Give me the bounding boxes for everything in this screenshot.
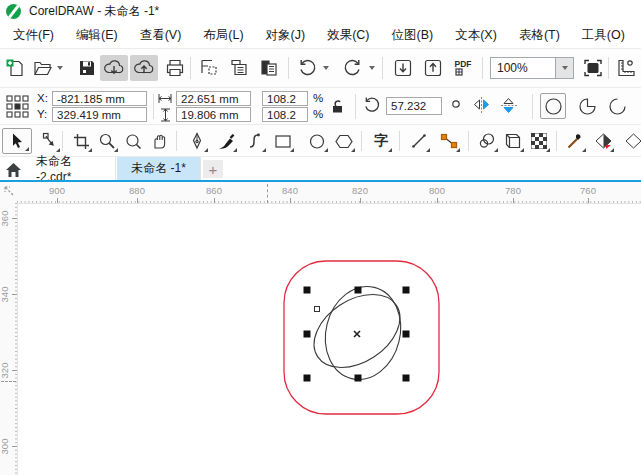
eyedropper-tool[interactable] [562,128,588,154]
vertical-ruler[interactable]: 360 340 320 300 [0,203,17,475]
node-marker[interactable] [315,307,320,312]
y-label: Y: [37,108,47,120]
zoom-tool[interactable] [94,128,120,154]
handle-bottom-left[interactable] [304,375,311,382]
dimension-tool[interactable] [406,128,432,154]
open-button[interactable] [30,55,56,81]
arc-mode-button[interactable] [604,93,630,119]
selection-center-marker[interactable] [354,331,360,337]
eyedropper-icon [566,132,584,150]
freehand-tool[interactable] [242,128,268,154]
import-icon [393,58,413,78]
open-folder-icon [33,58,53,78]
horizontal-ruler[interactable]: 900 880 860 840 820 800 780 760 [17,182,641,203]
zoom-out-tool[interactable] [120,128,146,154]
rotation-icon [362,96,381,115]
zoom-level-dropdown[interactable] [556,57,574,79]
menu-file[interactable]: 文件(F) [2,23,65,48]
crop-tool[interactable] [68,128,94,154]
ellipse-tool[interactable] [304,128,330,154]
export-icon [423,58,443,78]
export-button[interactable] [420,55,446,81]
connector-tool[interactable] [436,128,462,154]
canvas-artwork [18,204,641,475]
ellipse-icon [308,132,326,150]
menu-tools[interactable]: 工具(O) [571,23,636,48]
menu-bitmaps[interactable]: 位图(B) [381,23,445,48]
brush-tool[interactable] [213,128,239,154]
object-width-field[interactable]: 22.651 mm [176,91,251,106]
cloud-download-button[interactable] [100,55,128,81]
text-tool[interactable]: 字 [368,128,394,154]
menu-object[interactable]: 对象(J) [255,23,317,48]
handle-top-left[interactable] [304,287,311,294]
arc-shape-icon [608,97,627,116]
menu-edit[interactable]: 编辑(E) [65,23,129,48]
scale-y-field[interactable]: 108.2 [262,107,308,122]
tab-document-2[interactable]: 未命名 -2.cdr* [24,157,116,180]
pick-tool[interactable] [2,128,32,154]
smart-fill-tool[interactable] [620,128,641,154]
interactive-fill-tool[interactable] [590,128,616,154]
menu-effects[interactable]: 效果(C) [316,23,380,48]
mirror-horizontal-button[interactable] [472,96,491,114]
pdf-grid-icon [455,68,464,76]
transparency-tool[interactable] [526,128,552,154]
handle-top-center[interactable] [355,287,362,294]
tab-document-1-active[interactable]: 未命名 -1* [117,157,201,180]
publish-pdf-button[interactable]: PDF [450,55,476,81]
pen-tool[interactable] [184,128,210,154]
pan-tool[interactable] [146,128,172,154]
redo-button[interactable] [340,55,366,81]
print-button[interactable] [162,55,188,81]
undo-dropdown[interactable] [320,55,332,81]
curve-icon [246,132,264,150]
redo-dropdown[interactable] [366,55,378,81]
handle-bottom-center[interactable] [355,375,362,382]
drawing-canvas[interactable] [17,203,641,475]
object-height-field[interactable]: 19.806 mm [176,107,251,122]
handle-middle-right[interactable] [403,331,410,338]
zoom-level-input[interactable]: 100% [490,57,556,79]
shadow-tool[interactable] [500,128,526,154]
new-tab-button[interactable]: + [203,160,223,178]
ruler-origin-button[interactable] [0,182,17,203]
handle-bottom-right[interactable] [403,375,410,382]
handle-top-right[interactable] [403,287,410,294]
handle-middle-left[interactable] [304,331,311,338]
page-edge-marker [267,184,268,203]
copy-button[interactable] [226,55,252,81]
undo-button[interactable] [294,55,320,81]
pie-mode-button[interactable] [574,93,600,119]
menu-view[interactable]: 查看(V) [129,23,193,48]
v-ruler-label: 300 [0,433,10,461]
connector-icon [440,132,458,150]
cut-button[interactable] [196,55,222,81]
property-bar: X: -821.185 mm Y: 329.419 mm 22.651 mm 1… [0,88,641,125]
menu-text[interactable]: 文本(X) [444,23,508,48]
show-rulers-button[interactable] [613,55,639,81]
menu-layout[interactable]: 布局(L) [192,23,254,48]
y-position-field[interactable]: 329.419 mm [52,107,147,122]
import-button[interactable] [390,55,416,81]
lock-icon [330,98,346,114]
lock-ratio-button[interactable] [330,98,346,114]
scale-x-field[interactable]: 108.2 [262,91,308,106]
x-position-field[interactable]: -821.185 mm [52,91,147,106]
new-document-button[interactable] [2,55,28,81]
ellipse-shape-2[interactable] [301,279,414,382]
paste-button[interactable] [256,55,282,81]
contour-tool[interactable] [474,128,500,154]
home-button[interactable] [2,159,24,180]
open-dropdown[interactable] [54,55,66,81]
polygon-tool[interactable] [331,128,357,154]
rotation-angle-field[interactable]: 57.232 [386,97,442,115]
menu-table[interactable]: 表格(T) [508,23,571,48]
ellipse-mode-button[interactable] [540,93,566,119]
shape-tool[interactable] [36,128,62,154]
mirror-vertical-button[interactable] [500,96,518,115]
fullscreen-preview-button[interactable] [580,55,606,81]
save-button[interactable] [74,55,100,81]
cloud-upload-button[interactable] [130,55,158,81]
rectangle-tool[interactable] [270,128,296,154]
